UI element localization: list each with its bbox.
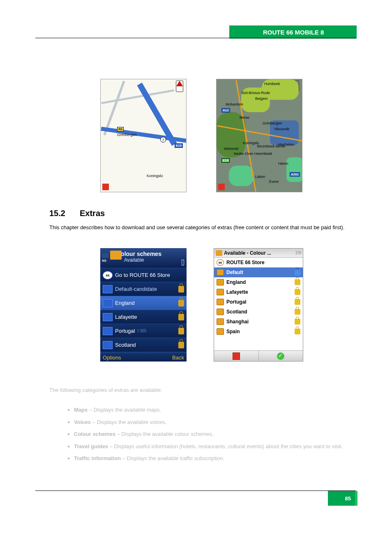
bullet-colourschemes: Colour schemes – Displays the available …: [74, 430, 353, 438]
place-label: Meise: [240, 115, 249, 120]
road-badge-e19: E19: [221, 158, 230, 163]
menu-button[interactable]: [214, 351, 259, 361]
row-label: Lafayette: [226, 289, 248, 295]
lock-icon: [295, 269, 300, 275]
place-label: Koningslo: [147, 174, 163, 178]
place-label: Sint-Brixius-Rode: [241, 91, 270, 95]
row-lafayette[interactable]: Lafayette: [100, 310, 187, 324]
lock-icon: [178, 300, 184, 306]
place-label: Wemmel: [224, 147, 238, 151]
row-england[interactable]: England: [214, 277, 303, 287]
row-default[interactable]: Default-candidate: [100, 282, 187, 296]
scheme-icon: [217, 269, 224, 276]
place-label: Beigem: [255, 97, 268, 101]
map-menu-icon: [102, 184, 109, 190]
road-badge-e19: E19: [175, 143, 183, 148]
grid-icon: [233, 352, 240, 360]
row-scotland[interactable]: Scotland: [100, 338, 187, 352]
map-screenshot-colorscheme: Humbeek Sint-Brixius-Rode Beigem Wolvert…: [216, 79, 302, 192]
row-store[interactable]: 66 ROUTE 66 Store: [214, 258, 303, 267]
place-label: Wolvertem: [226, 102, 243, 106]
folder-icon: [110, 251, 122, 260]
scheme-icon: [103, 327, 113, 335]
row-scotland[interactable]: Scotland: [214, 307, 303, 317]
section-title: Extras: [80, 209, 105, 218]
softkey-back[interactable]: Back: [172, 355, 184, 361]
footer-rule: [35, 491, 356, 491]
road-badge-a12: A12: [221, 108, 230, 113]
ok-button[interactable]: [259, 351, 303, 361]
lock-icon: [295, 319, 300, 325]
lock-icon: [295, 299, 300, 305]
row-label: Default-candidate: [115, 286, 157, 292]
row-label: Go to ROUTE 66 Store: [115, 272, 170, 278]
phone-header: Colour schemes Available: [100, 248, 187, 268]
faint-text: f 385: [137, 329, 146, 333]
product-name: ROUTE 66 MOBILE 8: [263, 28, 324, 37]
page-indicator: 2/8: [295, 251, 301, 255]
header-rule: [35, 38, 356, 38]
scheme-icon: [217, 318, 224, 325]
place-label: Grimbergen: [117, 133, 137, 137]
lock-icon: [295, 289, 300, 295]
softkey-options[interactable]: Options: [103, 355, 121, 361]
row-portugal[interactable]: Portugal f 385: [100, 324, 187, 338]
place-label: Laken: [255, 175, 265, 179]
scheme-icon: [217, 279, 224, 286]
win-title: Available - Colour ...: [224, 250, 271, 256]
map-screenshot-default: R0 E19 7 Grimbergen Koningslo: [100, 79, 187, 192]
lock-icon: [295, 309, 300, 315]
bullet-maps: Maps – Displays the available maps.: [74, 406, 353, 414]
phone-subtitle: Available: [117, 257, 184, 263]
bullet-voices: Voices – Displays the available voices.: [74, 418, 353, 426]
lock-icon: [178, 314, 184, 320]
row-label: Scotland: [115, 342, 136, 348]
bullet-travelguides: Travel guides – Displays useful informat…: [74, 442, 353, 451]
lock-icon: [178, 286, 184, 292]
row-label: England: [115, 300, 135, 306]
row-label: Portugal: [115, 328, 135, 334]
scheme-icon: [217, 289, 224, 295]
scheme-icon: [103, 285, 113, 293]
phone-screenshot-symbian: Colour schemes Available 66 Go to ROUTE …: [100, 248, 187, 362]
win-toolbar: [214, 350, 303, 361]
route66-icon: 66: [217, 259, 224, 266]
scheme-icon: [217, 328, 224, 335]
place-label: Machelen: [278, 143, 294, 147]
row-spain[interactable]: Spain: [214, 327, 303, 336]
section-intro: This chapter describes how to download a…: [49, 223, 353, 232]
win-header: Available - Colour ... 2/8: [214, 249, 303, 258]
check-icon: [277, 352, 284, 360]
row-england[interactable]: England: [100, 296, 187, 310]
row-label: ROUTE 66 Store: [226, 260, 265, 265]
bullet-traffic: Traffic information – Displays the avail…: [74, 454, 353, 463]
folder-icon: [216, 250, 222, 256]
extras-list: Maps – Displays the available maps. Voic…: [74, 406, 353, 467]
lock-icon: [295, 329, 300, 334]
row-label: Scotland: [226, 309, 247, 315]
scheme-icon: [103, 341, 113, 349]
row-default[interactable]: Default: [214, 267, 303, 277]
lock-icon: [178, 328, 184, 334]
compass-icon: [176, 81, 183, 92]
signal-icon: [102, 250, 108, 258]
row-label: England: [226, 279, 246, 285]
phone-screenshot-windows: Available - Colour ... 2/8 66 ROUTE 66 S…: [214, 248, 303, 362]
row-portugal[interactable]: Portugal: [214, 297, 303, 307]
road-badge-r0: R0: [117, 127, 124, 131]
row-label: Lafayette: [115, 314, 137, 320]
place-label: Haren: [278, 161, 288, 166]
place-label: Neder-Over-Heembeek: [234, 152, 272, 156]
scheme-icon: [103, 299, 113, 307]
map-menu-icon: [218, 184, 225, 190]
place-label: Humbeek: [264, 82, 280, 86]
row-shanghai[interactable]: Shanghai: [214, 317, 303, 327]
scheme-icon: [103, 313, 113, 321]
place-label: Grimbergen: [263, 121, 282, 125]
phone-softkeys: Options Back: [100, 353, 187, 362]
row-store[interactable]: 66 Go to ROUTE 66 Store: [100, 268, 187, 282]
scheme-icon: [217, 309, 224, 315]
footer-accent: [328, 491, 357, 506]
extras-intro: The following categories of extras are a…: [49, 386, 353, 394]
row-lafayette[interactable]: Lafayette: [214, 287, 303, 297]
